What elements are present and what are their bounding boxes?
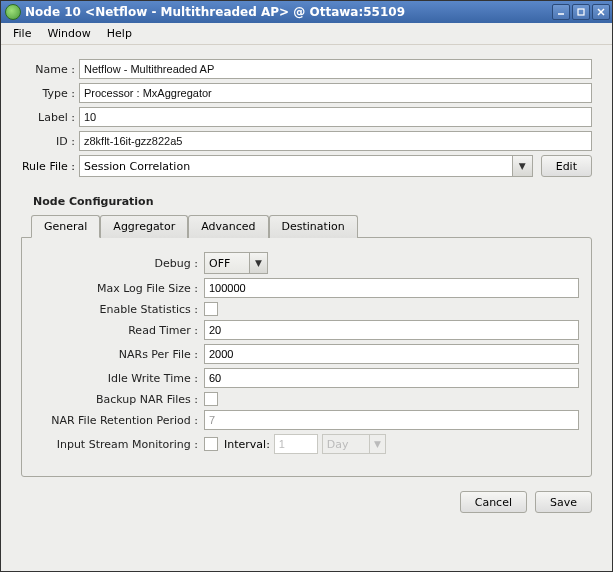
tab-general[interactable]: General xyxy=(31,215,100,238)
id-label: ID : xyxy=(21,135,79,148)
content-area: Name : Type : Label : ID : Rule File : S… xyxy=(1,45,612,485)
nars-label: NARs Per File : xyxy=(34,348,204,361)
svg-rect-1 xyxy=(578,9,584,15)
tabpanel-general: Debug : OFF ▼ Max Log File Size : Enable… xyxy=(21,237,592,477)
footer: Cancel Save xyxy=(1,485,612,523)
ism-label: Input Stream Monitoring : xyxy=(34,438,204,451)
chevron-down-icon: ▼ xyxy=(255,258,262,268)
rulefile-value: Session Correlation xyxy=(80,156,512,176)
rulefile-dropdown-button[interactable]: ▼ xyxy=(512,156,532,176)
maximize-icon xyxy=(577,8,585,16)
menu-file[interactable]: File xyxy=(5,25,39,42)
app-icon xyxy=(5,4,21,20)
tab-destination[interactable]: Destination xyxy=(269,215,358,238)
ism-checkbox[interactable] xyxy=(204,437,218,451)
ism-unit-value: Day xyxy=(323,435,369,453)
menubar: File Window Help xyxy=(1,23,612,45)
stats-checkbox[interactable] xyxy=(204,302,218,316)
idle-label: Idle Write Time : xyxy=(34,372,204,385)
idle-input[interactable] xyxy=(204,368,579,388)
name-label: Name : xyxy=(21,63,79,76)
minimize-button[interactable] xyxy=(552,4,570,20)
backup-checkbox[interactable] xyxy=(204,392,218,406)
tab-aggregator[interactable]: Aggregator xyxy=(100,215,188,238)
nars-input[interactable] xyxy=(204,344,579,364)
maxlog-label: Max Log File Size : xyxy=(34,282,204,295)
rulefile-label: Rule File : xyxy=(21,160,79,173)
maximize-button[interactable] xyxy=(572,4,590,20)
tab-advanced[interactable]: Advanced xyxy=(188,215,268,238)
label-input[interactable] xyxy=(79,107,592,127)
label-label: Label : xyxy=(21,111,79,124)
retention-input[interactable] xyxy=(204,410,579,430)
backup-label: Backup NAR Files : xyxy=(34,393,204,406)
ism-group: Interval: Day ▼ xyxy=(204,434,386,454)
window-title: Node 10 <Netflow - Multithreaded AP> @ O… xyxy=(25,5,550,19)
ism-interval-label: Interval: xyxy=(224,438,270,451)
retention-label: NAR File Retention Period : xyxy=(34,414,204,427)
edit-button[interactable]: Edit xyxy=(541,155,592,177)
type-input[interactable] xyxy=(79,83,592,103)
debug-value: OFF xyxy=(205,253,249,273)
type-label: Type : xyxy=(21,87,79,100)
menu-help[interactable]: Help xyxy=(99,25,140,42)
debug-label: Debug : xyxy=(34,257,204,270)
cancel-button[interactable]: Cancel xyxy=(460,491,527,513)
menu-window[interactable]: Window xyxy=(39,25,98,42)
titlebar: Node 10 <Netflow - Multithreaded AP> @ O… xyxy=(1,1,612,23)
ism-unit-dropdown-button[interactable]: ▼ xyxy=(369,435,385,453)
ism-interval-input[interactable] xyxy=(274,434,318,454)
node-config-fieldset: Node Configuration General Aggregator Ad… xyxy=(21,195,592,477)
id-input[interactable] xyxy=(79,131,592,151)
tabstrip: General Aggregator Advanced Destination xyxy=(31,214,592,237)
close-button[interactable] xyxy=(592,4,610,20)
ism-unit-combo[interactable]: Day ▼ xyxy=(322,434,386,454)
save-button[interactable]: Save xyxy=(535,491,592,513)
minimize-icon xyxy=(557,8,565,16)
debug-combo[interactable]: OFF ▼ xyxy=(204,252,268,274)
readtimer-label: Read Timer : xyxy=(34,324,204,337)
maxlog-input[interactable] xyxy=(204,278,579,298)
debug-dropdown-button[interactable]: ▼ xyxy=(249,253,267,273)
stats-label: Enable Statistics : xyxy=(34,303,204,316)
chevron-down-icon: ▼ xyxy=(374,439,381,449)
name-input[interactable] xyxy=(79,59,592,79)
node-config-legend: Node Configuration xyxy=(29,195,158,208)
readtimer-input[interactable] xyxy=(204,320,579,340)
close-icon xyxy=(597,8,605,16)
window-frame: Node 10 <Netflow - Multithreaded AP> @ O… xyxy=(0,0,613,572)
chevron-down-icon: ▼ xyxy=(519,161,526,171)
rulefile-combo[interactable]: Session Correlation ▼ xyxy=(79,155,533,177)
